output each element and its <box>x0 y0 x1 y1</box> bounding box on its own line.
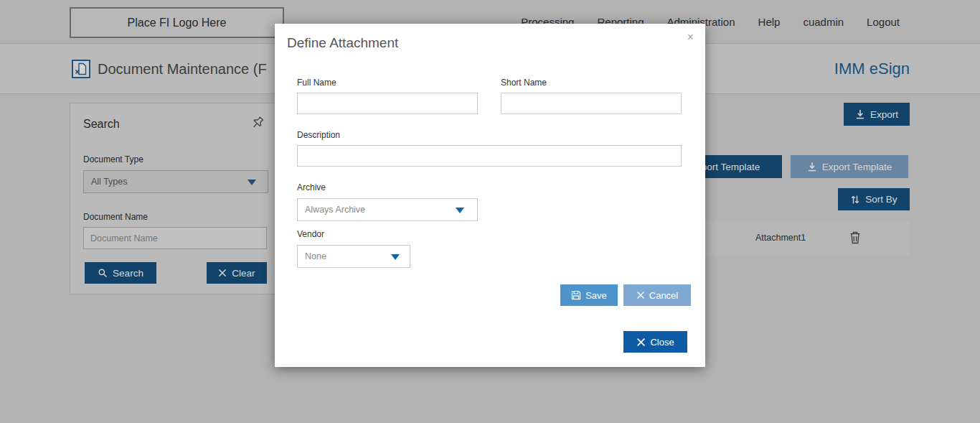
close-button-label: Close <box>650 337 674 348</box>
vendor-select[interactable]: None <box>297 245 410 268</box>
app-root: Place FI Logo Here Processing Reporting … <box>0 0 980 423</box>
define-attachment-modal: Define Attachment × Full Name Short Name… <box>275 24 705 367</box>
save-icon <box>571 290 581 300</box>
vendor-label: Vendor <box>297 229 324 239</box>
close-button[interactable]: Close <box>623 331 687 353</box>
archive-label: Archive <box>297 182 326 192</box>
chevron-down-icon <box>456 208 464 213</box>
modal-close-x-icon[interactable]: × <box>687 32 694 43</box>
description-input[interactable] <box>297 145 682 167</box>
cancel-button[interactable]: Cancel <box>623 284 691 306</box>
cancel-button-label: Cancel <box>649 290 678 301</box>
x-icon <box>636 338 646 347</box>
short-name-label: Short Name <box>501 78 547 88</box>
vendor-value: None <box>305 251 326 261</box>
description-label: Description <box>297 130 340 140</box>
modal-title: Define Attachment <box>287 35 398 51</box>
short-name-input[interactable] <box>501 93 682 114</box>
full-name-input[interactable] <box>297 93 478 114</box>
archive-value: Always Archive <box>305 205 365 215</box>
chevron-down-icon <box>391 254 400 260</box>
save-button-label: Save <box>585 290 607 301</box>
full-name-label: Full Name <box>297 78 336 88</box>
save-button[interactable]: Save <box>560 284 618 306</box>
archive-select[interactable]: Always Archive <box>297 198 478 221</box>
x-icon <box>636 291 645 299</box>
